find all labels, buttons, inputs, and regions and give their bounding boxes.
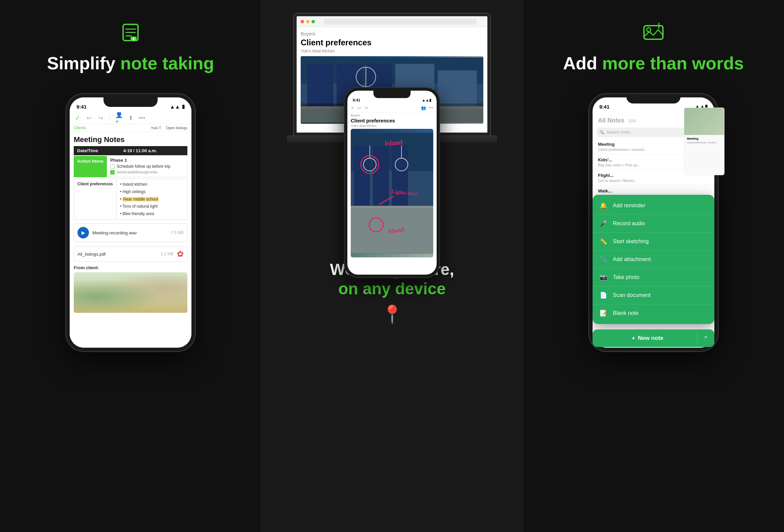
menu-item-sketch[interactable]: ✏️ Start sketching (593, 232, 714, 250)
chevron-up-icon[interactable]: ^ (697, 335, 714, 342)
menu-item-add-reminder[interactable]: 🔔 Add reminder (593, 197, 714, 214)
title-green-3: more than words (602, 53, 744, 73)
from-client-label: From client: (70, 263, 191, 272)
phone-1-frame: 9:41 ▲▲ ▮ ✓ ↩ ↪ 👤+ ⬆ ••• (66, 94, 195, 351)
pdf-name: All_listings.pdf (77, 252, 157, 257)
title-green: note taking (120, 53, 214, 73)
svg-rect-9 (307, 64, 333, 110)
time-1: 9:41 (76, 104, 87, 110)
menu-item-blank-note[interactable]: 📝 Blank note (593, 304, 714, 322)
undo-icon[interactable]: ↩ (85, 114, 93, 122)
checkbox-1[interactable] (110, 164, 115, 169)
title-plain-3: Add (563, 53, 602, 73)
phone-2-kitchen-image: Island Lights here Island (351, 129, 433, 257)
menu-label-attachment: Add attachment (613, 256, 651, 262)
phone-1-notch (103, 97, 158, 107)
panel-2-content: Buyers Client preferences Yuki's ideal k… (274, 14, 510, 318)
action-items-label: Action Items (74, 156, 107, 177)
checkbox-label-1: Schedule follow up before trip. (117, 164, 171, 169)
phone-2-status: 9:41 ▲▲▮ (347, 98, 437, 104)
attachment-icon: 📎 (599, 255, 608, 264)
pdf-icon: ✿ (177, 249, 184, 259)
date-time-table: Date/Time 4-19 / 11:00 a.m. (74, 146, 187, 155)
phase-label: Phase 1 (110, 158, 184, 163)
menu-label-audio: Record audio (613, 221, 645, 227)
svg-rect-22 (392, 145, 408, 209)
recording-size: 7.5 MB (171, 230, 184, 235)
menu-item-attachment[interactable]: 📎 Add attachment (593, 250, 714, 268)
camera-icon: 📷 (599, 273, 608, 282)
menu-item-take-photo[interactable]: 📷 Take photo (593, 268, 714, 286)
dot-red (301, 20, 304, 23)
action-items-content: Phase 1 Schedule follow up before trip. … (107, 156, 187, 177)
table-header-2: 4-19 / 11:00 a.m. (120, 146, 187, 155)
redo-icon-2: ↪ (364, 105, 368, 111)
svg-rect-20 (354, 145, 370, 209)
side-note-title: Meeting (687, 137, 721, 140)
more-icon[interactable]: ••• (138, 114, 146, 122)
room-image-inner (74, 272, 187, 313)
phone-1: 9:41 ▲▲ ▮ ✓ ↩ ↪ 👤+ ⬆ ••• (66, 94, 195, 351)
side-note-content: Meeting Client preferences • onward... (684, 135, 724, 147)
phone-2-notch (373, 91, 411, 98)
battery-icon: ▮ (182, 103, 185, 110)
share-icon[interactable]: ⬆ (127, 114, 134, 122)
status-icons-1: ▲▲ ▮ (170, 103, 185, 110)
time-2: 9:41 (353, 98, 360, 102)
action-items-row: Action Items Phase 1 Schedule follow up … (74, 156, 187, 177)
dot-green (312, 20, 315, 23)
status-icons-2: ▲▲▮ (422, 98, 431, 102)
annotation-island-top: Island (384, 138, 403, 148)
notes-count: 104 (628, 118, 636, 123)
side-note-image (684, 108, 724, 135)
panel-3-title: Add more than words (563, 53, 744, 74)
yuki-t: Yuki T. (151, 126, 162, 130)
note-title-1: Meeting Notes (70, 132, 191, 146)
table-header-1: Date/Time (74, 146, 120, 155)
nav-icons-2: ••• (429, 106, 433, 110)
pref-item-3: • Near middle school (120, 196, 159, 203)
phone-2-frame: 9:41 ▲▲▮ ✓ ↩ ↪ 👥 ••• Buyers Client prefe… (345, 88, 439, 277)
pref-item-4: • Tons of natural light (120, 203, 159, 210)
note-icon (118, 20, 143, 45)
image-icon (641, 20, 666, 45)
panel-3: Add more than words Meeting Client prefe… (523, 0, 784, 532)
checkmark-icon[interactable]: ✓ (74, 114, 81, 122)
checkbox-label-2: Send walkthrough info. (117, 170, 158, 175)
client-prefs-label: Client preferences (74, 179, 117, 219)
bell-icon: 🔔 (599, 201, 608, 210)
note-preview-3: Get to airport • Micato... (598, 179, 709, 183)
recording-row: ▶ Meeting-recording.wav 7.5 MB (74, 223, 187, 242)
plus-icon: + (632, 335, 635, 342)
add-person-icon[interactable]: 👤+ (115, 114, 123, 122)
play-button[interactable]: ▶ (77, 227, 89, 238)
phone-3-wrap: Meeting Client preferences • onward... 9… (589, 94, 718, 351)
menu-label-reminder: Add reminder (613, 203, 645, 209)
breadcrumb-clients[interactable]: Clients (74, 125, 86, 130)
panel-1-title: Simplify note taking (47, 53, 214, 74)
mic-icon: 🎤 (599, 219, 608, 228)
breadcrumb-1: Clients Yuki T. Open listings (70, 124, 191, 132)
menu-item-record-audio[interactable]: 🎤 Record audio (593, 214, 714, 232)
new-note-label: New note (638, 335, 664, 342)
phone-2-wrap: 9:41 ▲▲▮ ✓ ↩ ↪ 👥 ••• Buyers Client prefe… (345, 88, 439, 277)
panel-2: Buyers Client preferences Yuki's ideal k… (261, 0, 523, 532)
highlighted-pref: Near middle school (122, 197, 159, 202)
menu-item-scan[interactable]: 📄 Scan document (593, 286, 714, 304)
menu-label-photo: Take photo (613, 274, 639, 280)
laptop-note-title: Client preferences (301, 38, 483, 47)
new-note-main: + New note (593, 335, 697, 342)
toolbar-1: ✓ ↩ ↪ 👤+ ⬆ ••• (70, 112, 191, 124)
checkbox-2[interactable]: ✓ (110, 170, 115, 175)
svg-point-32 (647, 28, 651, 32)
redo-icon[interactable]: ↪ (97, 114, 104, 122)
menu-label-scan: Scan document (613, 292, 650, 298)
dot-yellow (306, 20, 309, 23)
menu-label-blank: Blank note (613, 310, 639, 316)
search-placeholder: Search notes (606, 130, 630, 135)
new-note-button[interactable]: + New note ^ (593, 329, 714, 347)
persons-icon-2: 👥 (421, 106, 426, 110)
search-icon-3: 🔍 (599, 130, 604, 135)
panel-2-title-2: on any device (274, 279, 510, 299)
laptop-note-subtitle: Yuki's ideal kitchen (301, 49, 483, 53)
